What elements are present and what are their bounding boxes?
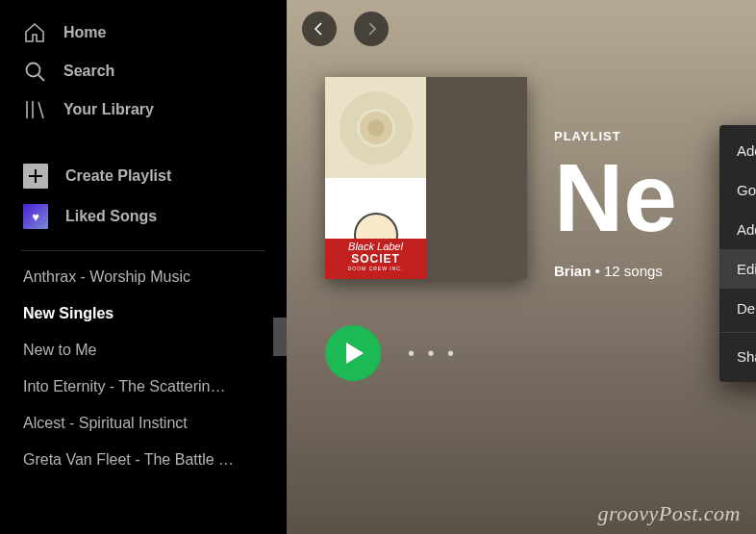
- context-menu-item-label: Add to queue: [737, 142, 756, 159]
- nav-home[interactable]: Home: [0, 13, 287, 52]
- context-menu-item-label: Go to playlist radio: [737, 182, 756, 198]
- sidebar-divider: [21, 250, 265, 251]
- back-button[interactable]: [302, 12, 337, 46]
- action-row: • • •: [325, 325, 458, 381]
- app-root: Home Search Your Library Create Playlist…: [0, 0, 756, 534]
- playlist-song-count: 12 songs: [604, 263, 663, 279]
- search-icon: [23, 60, 46, 83]
- playlist-byline: Brian • 12 songs: [554, 263, 677, 279]
- cover-tile-3: Black Label SOCIET DOOM CREW INC.: [325, 178, 426, 279]
- context-menu-item[interactable]: Add to queue: [719, 131, 756, 170]
- scrollbar-thumb[interactable]: [273, 318, 287, 356]
- context-menu-item-label: Delete: [737, 300, 756, 317]
- nav-library-label: Your Library: [63, 101, 154, 118]
- context-menu-item-label: Edit details: [737, 261, 756, 277]
- nav-search[interactable]: Search: [0, 52, 287, 90]
- chevron-left-icon: [312, 21, 327, 37]
- context-menu-item[interactable]: Go to playlist radio: [719, 170, 756, 210]
- forward-button[interactable]: [354, 12, 389, 46]
- nav-search-label: Search: [63, 63, 114, 80]
- playlist-item[interactable]: Alcest - Spiritual Instinct: [0, 405, 287, 442]
- playlist-cover[interactable]: Black Label SOCIET DOOM CREW INC.: [325, 77, 527, 279]
- context-menu-divider: [719, 332, 756, 333]
- context-menu-item[interactable]: Share▶: [719, 337, 756, 376]
- cover-text-3: DOOM CREW INC.: [325, 266, 426, 271]
- library-icon: [23, 98, 46, 121]
- heart-icon: ♥: [23, 204, 48, 229]
- history-nav: [287, 0, 756, 46]
- nav-home-label: Home: [63, 24, 106, 41]
- playlist-list: Anthrax - Worship MusicNew SinglesNew to…: [0, 259, 287, 478]
- context-menu: Add to queueGo to playlist radioAdd to p…: [719, 125, 756, 382]
- plus-icon: [23, 164, 48, 189]
- cover-tile-4: [426, 178, 527, 279]
- main-panel: Black Label SOCIET DOOM CREW INC. PLAYLI…: [287, 0, 756, 534]
- playlist-item[interactable]: New Singles: [0, 295, 287, 332]
- context-menu-item[interactable]: Edit details: [719, 249, 756, 289]
- svg-line-4: [38, 102, 43, 118]
- svg-point-0: [27, 64, 40, 77]
- playlist-item[interactable]: Anthrax - Worship Music: [0, 259, 287, 295]
- home-icon: [23, 21, 46, 44]
- context-menu-item[interactable]: Delete: [719, 289, 756, 328]
- playlist-meta: PLAYLIST Ne Brian • 12 songs: [554, 129, 677, 279]
- playlist-item[interactable]: New to Me: [0, 332, 287, 369]
- context-menu-item[interactable]: Add to profile: [719, 210, 756, 249]
- cover-tile-2: [426, 77, 527, 178]
- playlist-author[interactable]: Brian: [554, 263, 591, 279]
- play-icon: [346, 343, 364, 364]
- play-button[interactable]: [325, 325, 381, 381]
- nav-liked-songs[interactable]: ♥ Liked Songs: [0, 196, 287, 237]
- playlist-item[interactable]: Into Eternity - The Scatterin…: [0, 369, 287, 405]
- playlist-title: Ne: [554, 149, 677, 245]
- watermark: groovyPost.com: [597, 501, 741, 526]
- nav-create-label: Create Playlist: [65, 167, 171, 185]
- byline-separator: •: [591, 263, 604, 279]
- cover-text-2: SOCIET: [325, 252, 426, 266]
- nav-liked-label: Liked Songs: [65, 208, 157, 225]
- svg-line-1: [38, 75, 44, 81]
- playlist-item[interactable]: Greta Van Fleet - The Battle …: [0, 442, 287, 478]
- sidebar: Home Search Your Library Create Playlist…: [0, 0, 287, 534]
- cover-tile-1: [325, 77, 426, 178]
- more-options-button[interactable]: • • •: [408, 343, 458, 365]
- nav-library[interactable]: Your Library: [0, 90, 287, 129]
- playlist-type-label: PLAYLIST: [554, 129, 677, 143]
- chevron-right-icon: [364, 21, 379, 37]
- cover-text-1: Black Label: [325, 241, 426, 252]
- playlist-hero: Black Label SOCIET DOOM CREW INC. PLAYLI…: [325, 77, 677, 279]
- context-menu-item-label: Share: [737, 348, 756, 365]
- context-menu-item-label: Add to profile: [737, 221, 756, 238]
- nav-create-playlist[interactable]: Create Playlist: [0, 156, 287, 196]
